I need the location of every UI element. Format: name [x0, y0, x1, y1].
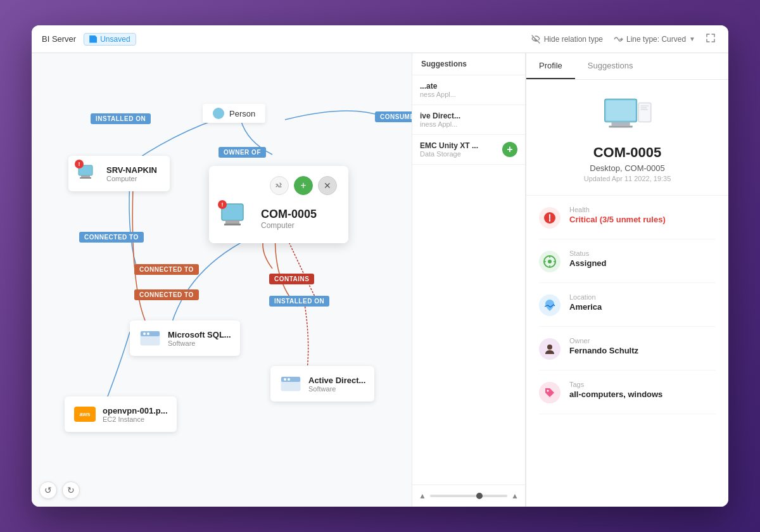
popup-node-content: ! COM-0005 Computer	[220, 203, 337, 234]
badge-connected-to-2: CONNECTED TO	[134, 264, 199, 275]
badge-installed-on-1: INSTALLED ON	[91, 113, 151, 124]
panel-tabs: Profile Suggestions	[526, 53, 728, 80]
badge-contains: CONTAINS	[269, 274, 314, 284]
owner-content: Owner Fernando Schultz	[569, 337, 638, 355]
suggestion-text-3: EMC Unity XT ... Data Storage	[420, 141, 478, 158]
svg-rect-21	[640, 106, 649, 106]
software-icon-ad	[279, 372, 302, 395]
sql-node-subtitle: Software	[168, 339, 231, 347]
suggestion-subtitle-2: iness Appl...	[420, 120, 517, 128]
popup-actions: + ✕	[220, 176, 337, 195]
popup-subtitle: Computer	[261, 221, 317, 230]
status-content: Status Assigned	[569, 250, 607, 268]
ad-node-subtitle: Software	[308, 385, 365, 393]
field-status: Status Assigned	[539, 239, 716, 283]
software-icon-sql	[139, 327, 162, 350]
popup-com-0005[interactable]: + ✕ ! COM	[209, 166, 348, 243]
health-icon	[539, 207, 560, 229]
eye-slash-icon	[531, 34, 541, 44]
line-type-label: Line type: Curved	[626, 35, 686, 44]
suggestion-item-1[interactable]: ...ate ness Appl...	[412, 75, 525, 105]
owner-value: Fernando Schultz	[569, 346, 638, 355]
openvpn-node-subtitle: EC2 Instance	[103, 415, 168, 423]
location-icon	[539, 294, 560, 316]
node-openvpn[interactable]: aws openvpn-001.p... EC2 Instance	[65, 396, 177, 432]
window-title: BI Server	[42, 34, 76, 44]
sql-node-labels: Microsoft SQL... Software	[168, 330, 231, 347]
zoom-slider[interactable]	[430, 495, 507, 497]
field-location: Location America	[539, 283, 716, 327]
hide-relation-button[interactable]: Hide relation type	[531, 34, 603, 44]
suggestion-add-button[interactable]: +	[502, 142, 517, 157]
person-node[interactable]: Person	[203, 104, 265, 123]
svg-point-10	[147, 332, 149, 335]
location-label: Location	[569, 293, 602, 301]
add-button[interactable]: +	[294, 176, 313, 195]
unsaved-label: Unsaved	[100, 35, 130, 44]
expand-button[interactable]	[706, 33, 718, 46]
aws-icon: aws	[73, 403, 96, 426]
node-active-direct[interactable]: Active Direct... Software	[270, 366, 374, 402]
right-panel: Profile Suggestions	[526, 53, 728, 507]
unsaved-badge[interactable]: Unsaved	[84, 33, 136, 46]
srv-node-title: SRV-NAPKIN	[106, 165, 157, 175]
srv-node-labels: SRV-NAPKIN Computer	[106, 165, 157, 182]
suggestions-header: Suggestions	[412, 53, 525, 75]
bottom-toolbar: ↺ ↻	[39, 481, 80, 499]
suggestions-footer: ▲ ▲	[412, 484, 525, 507]
svg-point-14	[288, 378, 290, 381]
suggestion-item-3[interactable]: EMC Unity XT ... Data Storage +	[412, 135, 525, 165]
main-window: BI Server Unsaved Hide relation type Lin…	[32, 25, 728, 507]
tags-label: Tags	[569, 381, 662, 388]
field-health: Health Critical (3/5 unmet rules)	[539, 196, 716, 239]
badge-connected-to-1: CONNECTED TO	[79, 232, 144, 243]
curved-line-icon	[613, 34, 623, 44]
svg-point-27	[547, 345, 552, 350]
line-type-button[interactable]: Line type: Curved ▼	[613, 34, 695, 44]
undo-button[interactable]: ↺	[39, 481, 57, 499]
profile-fields: Health Critical (3/5 unmet rules)	[526, 196, 728, 507]
redo-icon: ↻	[67, 485, 75, 495]
shuffle-button[interactable]	[270, 176, 289, 195]
health-label: Health	[569, 206, 666, 213]
tags-value: all-computers, windows	[569, 390, 662, 399]
svg-rect-18	[609, 126, 633, 128]
tab-profile[interactable]: Profile	[526, 53, 575, 79]
node-srv-napkin[interactable]: ! SRV-NAPKIN Computer	[68, 156, 170, 191]
svg-rect-17	[611, 122, 630, 126]
zoom-in-icon: ▲	[511, 491, 519, 500]
close-popup-button[interactable]: ✕	[318, 176, 337, 195]
suggestion-subtitle-3: Data Storage	[420, 150, 478, 158]
close-icon: ✕	[324, 180, 331, 191]
popup-alert-icon: !	[218, 200, 227, 209]
svg-rect-6	[224, 224, 241, 225]
profile-computer-icon	[602, 98, 653, 136]
alert-icon-srv: !	[75, 160, 84, 168]
ad-node-title: Active Direct...	[308, 376, 365, 385]
redo-button[interactable]: ↻	[62, 481, 80, 499]
title-bar-right: Hide relation type Line type: Curved ▼	[531, 33, 718, 46]
status-label: Status	[569, 250, 607, 257]
badge-owner-of: OWNER OF	[218, 147, 266, 158]
title-bar-left: BI Server Unsaved	[42, 33, 136, 46]
suggestion-item-2[interactable]: ive Direct... iness Appl...	[412, 105, 525, 135]
computer-icon-srv: !	[77, 162, 100, 185]
tags-icon	[539, 382, 560, 403]
svg-rect-22	[640, 107, 647, 108]
svg-point-26	[548, 260, 552, 263]
node-microsoft-sql[interactable]: Microsoft SQL... Software	[130, 320, 240, 356]
location-content: Location America	[569, 293, 602, 312]
content-area: Person INSTALLED ON OWNER OF CONSUMES CO…	[32, 53, 728, 507]
tab-suggestions[interactable]: Suggestions	[575, 53, 646, 79]
popup-node-text: COM-0005 Computer	[261, 208, 317, 230]
srv-node-subtitle: Computer	[106, 175, 157, 182]
health-value: Critical (3/5 unmet rules)	[569, 215, 666, 224]
status-icon	[539, 251, 560, 272]
location-value: America	[569, 302, 602, 312]
suggestion-subtitle-1: ness Appl...	[420, 91, 517, 98]
svg-point-13	[284, 378, 286, 381]
undo-icon: ↺	[44, 485, 52, 495]
plus-icon: +	[300, 180, 306, 191]
ad-node-labels: Active Direct... Software	[308, 376, 365, 393]
badge-connected-to-3: CONNECTED TO	[134, 289, 199, 300]
